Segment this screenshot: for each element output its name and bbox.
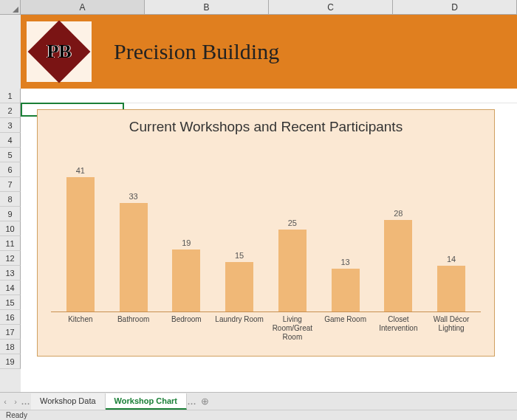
col-header-d[interactable]: D bbox=[393, 0, 517, 14]
col-header-b[interactable]: B bbox=[145, 0, 269, 14]
row-header-2[interactable]: 2 bbox=[0, 103, 21, 118]
chart-plot-area: 4133191525132814 bbox=[51, 142, 481, 312]
category-label: Game Room bbox=[319, 315, 372, 342]
category-label: Living Room/Great Room bbox=[266, 315, 319, 342]
column-header-row: A B C D bbox=[0, 0, 517, 15]
bar-rect bbox=[384, 220, 412, 311]
select-all-corner[interactable] bbox=[0, 0, 21, 14]
category-label: Bathroom bbox=[107, 315, 160, 342]
sheet-tab-strip: ‹ › ... Workshop DataWorkshop Chart ... … bbox=[0, 392, 517, 410]
chart-bar[interactable]: 14 bbox=[425, 142, 478, 311]
category-label: Closet Intervention bbox=[372, 315, 425, 342]
bar-value-label: 28 bbox=[394, 209, 403, 218]
tab-nav-prev-icon[interactable]: ‹ bbox=[0, 397, 10, 406]
row-header-1[interactable]: 1 bbox=[0, 89, 21, 103]
bar-rect bbox=[278, 230, 307, 311]
company-logo: PB bbox=[27, 21, 92, 82]
bar-rect bbox=[66, 177, 95, 311]
row-header-5[interactable]: 5 bbox=[0, 148, 21, 162]
row-header-19[interactable]: 19 bbox=[0, 354, 21, 369]
row-header-13[interactable]: 13 bbox=[0, 266, 21, 280]
bar-value-label: 15 bbox=[235, 251, 244, 260]
chart-bar[interactable]: 25 bbox=[266, 142, 319, 311]
bar-value-label: 33 bbox=[129, 192, 138, 201]
row-header-16[interactable]: 16 bbox=[0, 310, 21, 325]
bar-value-label: 13 bbox=[341, 258, 350, 266]
category-label: Bedroom bbox=[160, 315, 213, 342]
bar-rect bbox=[172, 249, 200, 311]
logo-text: PB bbox=[47, 41, 71, 63]
bar-rect bbox=[437, 266, 465, 311]
embedded-chart[interactable]: Current Workshops and Recent Participant… bbox=[37, 109, 495, 357]
row-header-8[interactable]: 8 bbox=[0, 192, 21, 207]
chart-bar[interactable]: 28 bbox=[372, 142, 425, 311]
category-label: Wall Décor Lighting bbox=[425, 315, 478, 342]
row-header-6[interactable]: 6 bbox=[0, 162, 21, 177]
status-text: Ready bbox=[6, 411, 27, 419]
chart-category-axis: KitchenBathroomBedroomLaundry RoomLiving… bbox=[51, 312, 481, 342]
bar-value-label: 41 bbox=[76, 166, 85, 175]
row-header-11[interactable]: 11 bbox=[0, 236, 21, 251]
title-banner: PB Precision Building bbox=[21, 15, 517, 89]
row-header-7[interactable]: 7 bbox=[0, 177, 21, 192]
row-header-4[interactable]: 4 bbox=[0, 133, 21, 148]
row-header-14[interactable]: 14 bbox=[0, 280, 21, 295]
tab-nav-menu-icon[interactable]: ... bbox=[21, 397, 31, 406]
bar-value-label: 14 bbox=[447, 255, 456, 264]
chart-bar[interactable]: 13 bbox=[319, 142, 372, 311]
row-header-15[interactable]: 15 bbox=[0, 295, 21, 310]
bar-rect bbox=[332, 269, 360, 311]
chart-bar[interactable]: 33 bbox=[107, 142, 160, 311]
row-header-column: 12345678910111213141516171819 bbox=[0, 15, 21, 399]
col-header-a[interactable]: A bbox=[21, 0, 145, 14]
add-sheet-icon[interactable]: ⊕ bbox=[197, 396, 213, 407]
row-header-10[interactable]: 10 bbox=[0, 221, 21, 236]
bar-rect bbox=[225, 262, 253, 311]
chart-bar[interactable]: 15 bbox=[213, 142, 266, 311]
row-header-12[interactable]: 12 bbox=[0, 251, 21, 266]
worksheet-area[interactable]: PB Precision Building Current Workshops … bbox=[21, 15, 517, 399]
tab-overflow-icon[interactable]: ... bbox=[187, 397, 197, 406]
bar-rect bbox=[120, 203, 148, 311]
sheet-tab[interactable]: Workshop Data bbox=[31, 393, 106, 410]
status-bar: Ready bbox=[0, 410, 517, 420]
chart-bar[interactable]: 19 bbox=[160, 142, 213, 311]
bar-value-label: 19 bbox=[182, 238, 191, 247]
bar-value-label: 25 bbox=[288, 218, 297, 227]
category-label: Kitchen bbox=[54, 315, 107, 342]
chart-title: Current Workshops and Recent Participant… bbox=[51, 119, 481, 135]
row-header-3[interactable]: 3 bbox=[0, 118, 21, 133]
sheet-tab[interactable]: Workshop Chart bbox=[106, 393, 187, 410]
tab-nav-next-icon[interactable]: › bbox=[10, 397, 21, 406]
chart-bar[interactable]: 41 bbox=[54, 142, 107, 311]
col-header-c[interactable]: C bbox=[269, 0, 393, 14]
row-header-18[interactable]: 18 bbox=[0, 340, 21, 354]
category-label: Laundry Room bbox=[213, 315, 266, 342]
row-header-9[interactable]: 9 bbox=[0, 207, 21, 221]
page-title: Precision Building bbox=[114, 39, 279, 64]
row-header-17[interactable]: 17 bbox=[0, 325, 21, 340]
